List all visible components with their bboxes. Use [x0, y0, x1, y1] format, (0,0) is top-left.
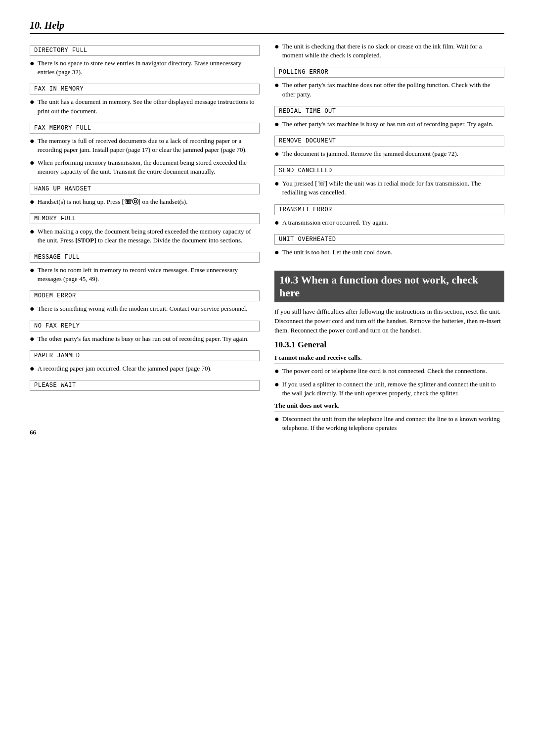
- bullet-no-fax-reply: ● The other party's fax machine is busy …: [30, 334, 260, 343]
- bullet-dot: ●: [274, 120, 279, 128]
- page-container: 10. Help DIRECTORY FULL ● There is no sp…: [30, 20, 504, 436]
- bullet-dot: ●: [274, 43, 279, 50]
- bullet-dot: ●: [30, 159, 35, 167]
- bullet-message-full: ● There is no room left in memory to rec…: [30, 266, 260, 284]
- bullet-text: The other party's fax machine does not o…: [282, 81, 504, 98]
- bullet-text: The unit is too hot. Let the unit cool d…: [282, 248, 393, 257]
- bullet-text: Disconnect the unit from the telephone l…: [282, 415, 504, 432]
- bullet-text: There is something wrong with the modem …: [38, 304, 248, 313]
- bullet-dot: ●: [274, 81, 279, 89]
- code-remove-document: REMOVE DOCUMENT: [274, 136, 504, 146]
- bullet-send-cancelled: ● You pressed [☏] while the unit was in …: [274, 179, 504, 197]
- bullet-text: If you used a splitter to connect the un…: [282, 380, 504, 398]
- bullet-dot: ●: [274, 150, 279, 158]
- code-modem-error: MODEM ERROR: [30, 290, 260, 301]
- bullet-text: The other party's fax machine is busy or…: [38, 334, 249, 343]
- code-send-cancelled: SEND CANCELLED: [274, 165, 504, 176]
- bullet-unit-overheated: ● The unit is too hot. Let the unit cool…: [274, 248, 504, 257]
- two-col-layout: DIRECTORY FULL ● There is no space to st…: [30, 42, 504, 436]
- bullet-dot: ●: [274, 415, 279, 423]
- bullet-paper-jammed: ● A recording paper jam occurred. Clear …: [30, 364, 260, 373]
- bullet-text: You pressed [☏] while the unit was in re…: [282, 179, 504, 197]
- bullet-text: There is no room left in memory to recor…: [38, 266, 260, 284]
- code-polling-error: POLLING ERROR: [274, 67, 504, 78]
- bullet-text: The unit is checking that there is no sl…: [282, 42, 504, 60]
- bullet-redial-time-out: ● The other party's fax machine is busy …: [274, 120, 504, 129]
- bullet-text: The document is jammed. Remove the jamme…: [282, 149, 458, 158]
- left-column: DIRECTORY FULL ● There is no space to st…: [30, 42, 260, 436]
- page-number: 66: [30, 414, 260, 436]
- major-section-body: If you still have difficulties after fol…: [274, 307, 504, 335]
- bullet-unit-not-work: ● Disconnect the unit from the telephone…: [274, 415, 504, 432]
- bullet-please-wait-text: ● The unit is checking that there is no …: [274, 42, 504, 60]
- section-heading: 10. Help: [30, 20, 504, 34]
- bullet-text: When performing memory transmission, the…: [38, 158, 260, 176]
- bullet-dot: ●: [274, 180, 279, 188]
- code-no-fax-reply: NO FAX REPLY: [30, 321, 260, 331]
- bullet-dot: ●: [30, 305, 35, 313]
- code-fax-memory-full: FAX MEMORY FULL: [30, 123, 260, 134]
- bullet-hang-up-handset: ● Handset(s) is not hung up. Press [☏ⓞ] …: [30, 197, 260, 206]
- bullet-dot: ●: [30, 98, 35, 106]
- bullet-cannot-make-2: ● If you used a splitter to connect the …: [274, 380, 504, 398]
- right-column: ● The unit is checking that there is no …: [274, 42, 504, 436]
- code-directory-full: DIRECTORY FULL: [30, 45, 260, 56]
- bullet-directory-full: ● There is no space to store new entries…: [30, 59, 260, 77]
- code-unit-overheated: UNIT OVERHEATED: [274, 234, 504, 245]
- bullet-text: The other party's fax machine is busy or…: [282, 120, 493, 129]
- bullet-dot: ●: [274, 248, 279, 256]
- code-transmit-error: TRANSMIT ERROR: [274, 204, 504, 215]
- bullet-dot: ●: [30, 137, 35, 145]
- bullet-text: The memory is full of received documents…: [38, 137, 260, 154]
- code-fax-in-memory: FAX IN MEMORY: [30, 84, 260, 94]
- bullet-dot: ●: [274, 367, 279, 375]
- major-section: 10.3 When a function does not work, chec…: [274, 271, 504, 436]
- bullet-text: When making a copy, the document being s…: [38, 227, 260, 245]
- bullet-text: Handset(s) is not hung up. Press [☏ⓞ] on…: [38, 197, 188, 206]
- bullet-polling-error: ● The other party's fax machine does not…: [274, 81, 504, 98]
- bullet-dot: ●: [30, 59, 35, 67]
- bullet-dot: ●: [274, 219, 279, 227]
- code-message-full: MESSAGE FULL: [30, 252, 260, 263]
- bullet-dot: ●: [30, 365, 35, 373]
- bullet-dot: ●: [30, 228, 35, 236]
- bullet-fax-memory-full-1: ● The memory is full of received documen…: [30, 137, 260, 154]
- bullet-cannot-make-1: ● The power cord or telephone line cord …: [274, 367, 504, 376]
- bullet-text: The unit has a document in memory. See t…: [38, 97, 260, 115]
- bullet-fax-in-memory: ● The unit has a document in memory. See…: [30, 97, 260, 115]
- code-redial-time-out: REDIAL TIME OUT: [274, 106, 504, 117]
- bullet-modem-error: ● There is something wrong with the mode…: [30, 304, 260, 313]
- bullet-text: There is no space to store new entries i…: [38, 59, 260, 77]
- bullet-memory-full: ● When making a copy, the document being…: [30, 227, 260, 245]
- bullet-fax-memory-full-2: ● When performing memory transmission, t…: [30, 158, 260, 176]
- code-hang-up-handset: HANG UP HANDSET: [30, 184, 260, 194]
- bullet-dot: ●: [30, 198, 35, 206]
- code-please-wait: PLEASE WAIT: [30, 380, 260, 391]
- unit-not-work-heading: The unit does not work.: [274, 402, 504, 412]
- code-paper-jammed: PAPER JAMMED: [30, 350, 260, 361]
- bullet-remove-document: ● The document is jammed. Remove the jam…: [274, 149, 504, 158]
- code-memory-full: MEMORY FULL: [30, 213, 260, 224]
- bullet-dot: ●: [274, 380, 279, 388]
- bullet-text: A transmission error occurred. Try again…: [282, 218, 388, 227]
- bullet-text: A recording paper jam occurred. Clear th…: [38, 364, 212, 373]
- bullet-dot: ●: [30, 335, 35, 343]
- major-section-heading: 10.3 When a function does not work, chec…: [274, 271, 504, 302]
- sub-section-heading: 10.3.1 General: [274, 340, 504, 350]
- bullet-dot: ●: [30, 266, 35, 274]
- bullet-text: The power cord or telephone line cord is…: [282, 367, 487, 376]
- cannot-make-heading: I cannot make and receive calls.: [274, 354, 504, 364]
- bullet-transmit-error: ● A transmission error occurred. Try aga…: [274, 218, 504, 227]
